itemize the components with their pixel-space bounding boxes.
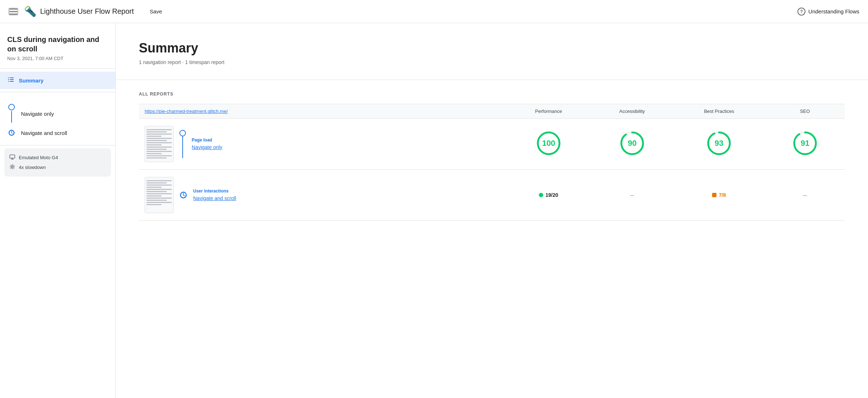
env-slowdown: 4x slowdown: [9, 162, 106, 172]
score-circle-91: 91: [792, 130, 818, 156]
clock-icon: [8, 129, 15, 136]
summary-section: Summary 1 navigation report · 1 timespan…: [116, 23, 868, 80]
table-row: Page load Navigate only: [139, 119, 845, 170]
report-thumbnail-1: [145, 126, 174, 162]
save-button[interactable]: Save: [145, 6, 166, 17]
app-title: Lighthouse User Flow Report: [40, 7, 134, 16]
row1-best-practices-score: 93: [673, 119, 765, 170]
step-icon-col-1: [7, 104, 16, 123]
sidebar-step-navigate-scroll[interactable]: Navigate and scroll: [7, 126, 108, 139]
main-layout: CLS during navigation and on scroll Nov …: [0, 23, 868, 398]
sidebar: CLS during navigation and on scroll Nov …: [0, 23, 116, 398]
gear-icon: [9, 164, 15, 171]
step-line-1: [11, 111, 12, 123]
step-label-1: Navigate only: [21, 111, 54, 117]
score-circle-90: 90: [619, 130, 645, 156]
env-device-label: Emulated Moto G4: [19, 155, 58, 160]
reports-heading: ALL REPORTS: [139, 92, 845, 97]
sidebar-step-navigate-only[interactable]: Navigate only: [7, 101, 108, 126]
row1-seo-score: 91: [765, 119, 845, 170]
svg-rect-5: [10, 81, 14, 82]
row2-clock-icon: [179, 191, 187, 199]
env-device: Emulated Moto G4: [9, 153, 106, 162]
sidebar-env: Emulated Moto G4 4x slowdown: [4, 148, 111, 177]
project-date: Nov 3, 2021, 7:00 AM CDT: [0, 56, 115, 68]
report-table: https://pie-charmed-treatment.glitch.me/…: [139, 104, 845, 221]
step-label-2: Navigate and scroll: [21, 130, 67, 136]
seo-column-header: SEO: [765, 104, 845, 119]
monitor-icon: [9, 154, 15, 161]
row2-performance-score: 19/20: [506, 170, 591, 221]
accessibility-column-header: Accessibility: [591, 104, 673, 119]
performance-column-header: Performance: [506, 104, 591, 119]
row2-report-name[interactable]: Navigate and scroll: [193, 195, 236, 201]
project-title: CLS during navigation and on scroll: [0, 23, 115, 56]
svg-rect-1: [10, 77, 14, 78]
score-dash-seo: –: [765, 191, 845, 199]
summary-title: Summary: [139, 41, 845, 56]
step-icon-col-2: [7, 129, 16, 136]
score-circle-100: 100: [536, 130, 562, 156]
svg-text:90: 90: [627, 139, 636, 148]
svg-text:93: 93: [715, 139, 723, 148]
score-dot-green: [539, 193, 543, 197]
svg-rect-0: [8, 77, 9, 78]
report-thumbnail-2: [145, 177, 174, 213]
header: 🔦 Lighthouse User Flow Report Save ? Und…: [0, 0, 868, 23]
score-circle-93: 93: [706, 130, 732, 156]
step-circle-1: [8, 104, 15, 110]
row1-step-line: [182, 136, 183, 158]
row1-performance-score: 100: [506, 119, 591, 170]
row2-report-info: User interactions Navigate and scroll: [193, 189, 247, 202]
svg-rect-4: [8, 81, 9, 82]
main-content: Summary 1 navigation report · 1 timespan…: [116, 23, 868, 398]
row1-accessibility-score: 90: [591, 119, 673, 170]
sidebar-summary-label: Summary: [19, 77, 43, 84]
svg-rect-2: [8, 79, 9, 80]
svg-rect-9: [10, 155, 15, 158]
menu-button[interactable]: [9, 8, 18, 15]
sidebar-item-summary[interactable]: Summary: [0, 72, 115, 89]
row2-accessibility-score: –: [591, 170, 673, 221]
row1-report-info: Page load Navigate only: [192, 137, 246, 151]
row1-report-name[interactable]: Navigate only: [192, 144, 222, 150]
env-slowdown-label: 4x slowdown: [19, 165, 46, 170]
understanding-flows-link[interactable]: ? Understanding Flows: [797, 8, 859, 16]
sidebar-divider-2: [0, 92, 115, 92]
svg-rect-3: [10, 79, 14, 80]
row1-info-cell: Page load Navigate only: [139, 119, 506, 170]
summary-icon: [7, 76, 14, 85]
score-badge-7-8: 7/8: [712, 192, 726, 198]
svg-point-12: [12, 166, 13, 168]
table-row: User interactions Navigate and scroll 19…: [139, 170, 845, 221]
help-icon: ?: [797, 8, 805, 16]
sidebar-divider-1: [0, 68, 115, 69]
svg-text:100: 100: [542, 139, 555, 148]
sidebar-steps: Navigate only Navigate and scroll: [0, 95, 115, 145]
row1-report-type: Page load: [192, 137, 246, 143]
row1-step-circle: [179, 130, 186, 136]
score-square-orange: [712, 193, 716, 197]
score-badge-19-20: 19/20: [539, 192, 558, 198]
reports-section: ALL REPORTS https://pie-charmed-treatmen…: [116, 80, 868, 232]
understanding-flows-label: Understanding Flows: [808, 8, 859, 14]
score-dash-acc: –: [591, 191, 673, 199]
report-url[interactable]: https://pie-charmed-treatment.glitch.me/: [145, 109, 228, 114]
logo-icon: 🔦: [24, 5, 37, 17]
svg-text:91: 91: [800, 139, 809, 148]
summary-subtitle: 1 navigation report · 1 timespan report: [139, 59, 845, 65]
best-practices-column-header: Best Practices: [673, 104, 765, 119]
row2-info-cell: User interactions Navigate and scroll: [139, 170, 506, 221]
row2-best-practices-score: 7/8: [673, 170, 765, 221]
row2-report-type: User interactions: [193, 189, 247, 194]
sidebar-divider-3: [0, 145, 115, 145]
step-connector-2: [179, 191, 187, 199]
table-header-row: https://pie-charmed-treatment.glitch.me/…: [139, 104, 845, 119]
row2-seo-score: –: [765, 170, 845, 221]
step-connector-1: [179, 130, 186, 158]
url-column-header: https://pie-charmed-treatment.glitch.me/: [139, 104, 506, 119]
